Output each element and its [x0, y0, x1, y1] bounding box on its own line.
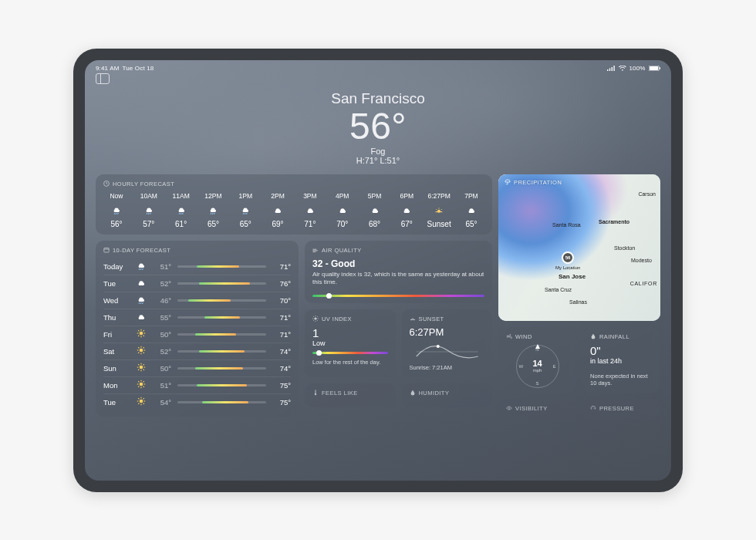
- rainfall-card[interactable]: Rainfall 0" in last 24h None expected in…: [582, 327, 660, 393]
- temp-range-bar: [177, 282, 266, 285]
- low-temp: 52°: [153, 347, 171, 356]
- hour-temp: 65°: [208, 220, 219, 228]
- wind-unit: mph: [533, 368, 542, 373]
- uv-index-card[interactable]: UV Index 1 Low Low for the rest of the d…: [305, 309, 396, 377]
- tenday-row: Tue54°75°: [103, 393, 291, 410]
- cloud-icon: [305, 204, 316, 215]
- hour-item: 6:27PMSunset: [426, 192, 452, 228]
- wind-arrow-icon: [535, 344, 541, 352]
- day-label: Mon: [103, 381, 130, 390]
- svg-point-10: [140, 400, 143, 403]
- high-temp: 75°: [272, 381, 291, 390]
- gauge-icon: [590, 405, 596, 411]
- hour-temp: 68°: [369, 220, 380, 228]
- cloud-rain-icon: [143, 204, 154, 215]
- current-temperature: 56°: [96, 107, 660, 146]
- current-weather-hero: San Francisco 56° Fog H:71° L:51°: [96, 90, 660, 165]
- hour-time: 2PM: [271, 192, 284, 200]
- precip-title: Precipitation: [514, 179, 562, 186]
- svg-point-8: [140, 366, 143, 370]
- hour-item: 10AM57°: [136, 192, 162, 228]
- sunset-card[interactable]: Sunset 6:27PM Sunrise: 7:21AM: [402, 309, 493, 377]
- svg-rect-2: [660, 67, 660, 69]
- hour-item: 5PM68°: [362, 192, 388, 228]
- aq-description: Air quality index is 32, which is the sa…: [312, 271, 484, 287]
- map-city-carson: Carson: [638, 191, 656, 197]
- tenday-row: Mon51°75°: [103, 376, 291, 393]
- droplet-icon: [590, 333, 596, 339]
- hour-time: 3PM: [303, 192, 316, 200]
- tenday-row: Today51°71°: [103, 258, 291, 275]
- rainfall-value: 0": [590, 345, 653, 358]
- wifi-icon: [619, 66, 626, 71]
- hourly-forecast-card[interactable]: Hourly Forecast Now56°10AM57°11AM61°12PM…: [96, 174, 492, 235]
- ipad-frame: 9:41 AM Tue Oct 18 100% San Francisco 56…: [73, 49, 683, 492]
- air-quality-card[interactable]: Air Quality 32 - Good Air quality index …: [305, 241, 492, 303]
- day-label: Sun: [103, 364, 130, 373]
- tenday-row: Fri50°71°: [103, 326, 291, 343]
- high-temp: 74°: [272, 347, 291, 356]
- day-label: Wed: [103, 296, 130, 305]
- low-temp: 46°: [153, 296, 171, 305]
- sun-icon: [136, 362, 147, 374]
- pressure-card[interactable]: Pressure: [582, 399, 660, 420]
- wind-compass: N S W E 14 mph: [516, 345, 559, 388]
- umbrella-icon: [505, 179, 511, 185]
- low-temp: 52°: [153, 279, 171, 288]
- humidity-icon: [410, 390, 416, 396]
- pressure-title: Pressure: [599, 405, 634, 412]
- aq-icon: [312, 247, 319, 253]
- sun-icon: [136, 345, 147, 357]
- temp-range-bar: [177, 299, 266, 302]
- day-label: Tue: [103, 398, 130, 407]
- hour-temp: 57°: [143, 220, 154, 228]
- svg-point-11: [314, 318, 316, 320]
- rainfall-footer: None expected in next 10 days.: [590, 373, 653, 386]
- map-city-santacruz: Santa Cruz: [545, 287, 572, 292]
- high-temp: 76°: [272, 279, 291, 288]
- high-temp: 70°: [272, 296, 291, 305]
- visibility-card[interactable]: Visibility: [498, 399, 576, 420]
- wind-title: Wind: [515, 333, 532, 340]
- sidebar-toggle-icon[interactable]: [96, 73, 110, 84]
- feels-like-card[interactable]: Feels Like: [305, 383, 396, 407]
- calendar-icon: [103, 247, 110, 253]
- high-temp: 71°: [272, 313, 291, 322]
- cloud-icon: [466, 204, 477, 215]
- cloud-rain-icon: [136, 260, 147, 272]
- map-city-modesto: Modesto: [631, 258, 652, 263]
- current-condition: Fog: [96, 147, 660, 156]
- weather-app-screen: 9:41 AM Tue Oct 18 100% San Francisco 56…: [85, 60, 671, 481]
- battery-icon: [649, 66, 660, 71]
- wind-card[interactable]: Wind N S W E 14 mph: [498, 327, 576, 393]
- svg-point-13: [436, 345, 439, 348]
- rainfall-title: Rainfall: [599, 333, 629, 340]
- eye-icon: [506, 405, 512, 411]
- precipitation-map-card[interactable]: Precipitation Carson Santa Rosa Sacramen…: [498, 174, 660, 321]
- cloud-rain-icon: [208, 204, 218, 215]
- map-my-location-dot: 56: [562, 251, 574, 264]
- day-label: Sat: [103, 347, 130, 356]
- cloud-rain-icon: [240, 204, 251, 215]
- uv-value: 1: [312, 327, 388, 340]
- cloud-rain-icon: [111, 204, 122, 215]
- hour-temp: 61°: [175, 220, 187, 228]
- low-temp: 50°: [153, 364, 171, 373]
- hour-item: 7PM65°: [458, 192, 484, 228]
- sunset-icon: [434, 204, 444, 215]
- ten-day-forecast-card[interactable]: 10-Day Forecast Today51°71°Tue52°76°Wed4…: [96, 241, 299, 417]
- sunrise-label: Sunrise: 7:21AM: [410, 364, 485, 371]
- hour-temp: 67°: [401, 220, 413, 228]
- low-temp: 50°: [153, 330, 171, 339]
- svg-rect-5: [104, 248, 109, 253]
- uv-footer: Low for the rest of the day.: [312, 359, 388, 366]
- status-time: 9:41 AM: [96, 65, 119, 72]
- hour-item: 12PM65°: [200, 192, 226, 228]
- hour-time: Now: [110, 192, 123, 200]
- map-city-santarosa: Santa Rosa: [552, 222, 581, 228]
- hour-time: 6PM: [400, 192, 413, 200]
- day-label: Tue: [103, 279, 130, 288]
- sunset-icon: [410, 316, 416, 322]
- humidity-card[interactable]: Humidity: [402, 383, 493, 407]
- high-temp: 74°: [272, 364, 291, 373]
